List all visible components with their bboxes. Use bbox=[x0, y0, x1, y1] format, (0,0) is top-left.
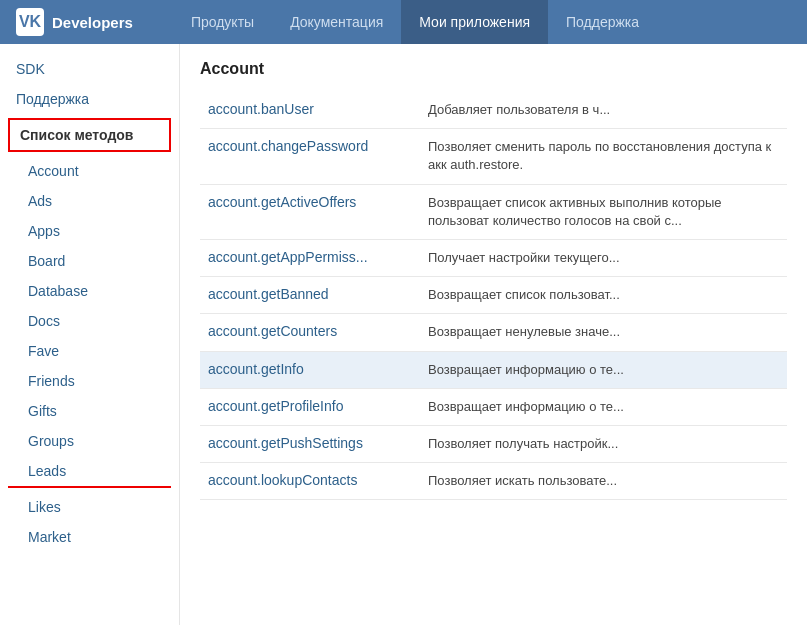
vk-icon: VK bbox=[16, 8, 44, 36]
sidebar-bottom-line bbox=[8, 486, 171, 488]
method-desc: Возвращает информацию о те... bbox=[420, 388, 787, 425]
sidebar-item-gifts[interactable]: Gifts bbox=[0, 396, 179, 426]
top-nav: VK Developers Продукты Документация Мои … bbox=[0, 0, 807, 44]
sidebar-item-fave[interactable]: Fave bbox=[0, 336, 179, 366]
table-row[interactable]: account.getProfileInfo Возвращает информ… bbox=[200, 388, 787, 425]
sidebar: SDK Поддержка Список методов Account Ads… bbox=[0, 44, 180, 625]
table-row[interactable]: account.getCounters Возвращает ненулевые… bbox=[200, 314, 787, 351]
nav-item-docs[interactable]: Документация bbox=[272, 0, 401, 44]
table-row[interactable]: account.getActiveOffers Возвращает списо… bbox=[200, 184, 787, 239]
sidebar-item-market[interactable]: Market bbox=[0, 522, 179, 552]
table-row[interactable]: account.changePassword Позволяет сменить… bbox=[200, 129, 787, 184]
table-row[interactable]: account.getPushSettings Позволяет получа… bbox=[200, 425, 787, 462]
method-name[interactable]: account.getAppPermiss... bbox=[200, 239, 420, 276]
sidebar-item-apps[interactable]: Apps bbox=[0, 216, 179, 246]
method-name[interactable]: account.getPushSettings bbox=[200, 425, 420, 462]
method-desc: Возвращает список активных выполнив кото… bbox=[420, 184, 787, 239]
method-desc: Получает настройки текущего... bbox=[420, 239, 787, 276]
method-desc: Позволяет получать настройк... bbox=[420, 425, 787, 462]
table-row[interactable]: account.getInfo Возвращает информацию о … bbox=[200, 351, 787, 388]
method-desc: Позволяет искать пользовате... bbox=[420, 463, 787, 500]
method-desc: Позволяет сменить пароль по восстановлен… bbox=[420, 129, 787, 184]
sidebar-item-sdk[interactable]: SDK bbox=[0, 54, 179, 84]
section-title: Account bbox=[200, 60, 787, 78]
table-row[interactable]: account.getAppPermiss... Получает настро… bbox=[200, 239, 787, 276]
nav-item-products[interactable]: Продукты bbox=[173, 0, 272, 44]
sidebar-item-groups[interactable]: Groups bbox=[0, 426, 179, 456]
sidebar-item-ads[interactable]: Ads bbox=[0, 186, 179, 216]
table-row[interactable]: account.getBanned Возвращает список поль… bbox=[200, 277, 787, 314]
sidebar-item-friends[interactable]: Friends bbox=[0, 366, 179, 396]
sidebar-section-methods[interactable]: Список методов bbox=[8, 118, 171, 152]
table-row[interactable]: account.lookupContacts Позволяет искать … bbox=[200, 463, 787, 500]
method-name[interactable]: account.banUser bbox=[200, 92, 420, 129]
layout: SDK Поддержка Список методов Account Ads… bbox=[0, 44, 807, 625]
sidebar-item-likes[interactable]: Likes bbox=[0, 492, 179, 522]
method-name[interactable]: account.lookupContacts bbox=[200, 463, 420, 500]
method-name[interactable]: account.getCounters bbox=[200, 314, 420, 351]
sidebar-item-leads[interactable]: Leads bbox=[0, 456, 179, 486]
method-desc: Возвращает список пользоват... bbox=[420, 277, 787, 314]
sidebar-item-docs[interactable]: Docs bbox=[0, 306, 179, 336]
sidebar-item-database[interactable]: Database bbox=[0, 276, 179, 306]
method-name[interactable]: account.changePassword bbox=[200, 129, 420, 184]
methods-table: account.banUser Добавляет пользователя в… bbox=[200, 92, 787, 500]
nav-item-support[interactable]: Поддержка bbox=[548, 0, 657, 44]
sidebar-item-support[interactable]: Поддержка bbox=[0, 84, 179, 114]
table-row[interactable]: account.banUser Добавляет пользователя в… bbox=[200, 92, 787, 129]
brand-name: Developers bbox=[52, 14, 133, 31]
nav-item-apps[interactable]: Мои приложения bbox=[401, 0, 548, 44]
method-name[interactable]: account.getInfo bbox=[200, 351, 420, 388]
sidebar-item-board[interactable]: Board bbox=[0, 246, 179, 276]
sidebar-item-account[interactable]: Account bbox=[0, 156, 179, 186]
method-name[interactable]: account.getProfileInfo bbox=[200, 388, 420, 425]
method-name[interactable]: account.getActiveOffers bbox=[200, 184, 420, 239]
method-desc: Возвращает ненулевые значе... bbox=[420, 314, 787, 351]
logo[interactable]: VK Developers bbox=[16, 8, 133, 36]
nav-items: Продукты Документация Мои приложения Под… bbox=[173, 0, 791, 44]
method-desc: Возвращает информацию о те... bbox=[420, 351, 787, 388]
method-name[interactable]: account.getBanned bbox=[200, 277, 420, 314]
method-desc: Добавляет пользователя в ч... bbox=[420, 92, 787, 129]
main-content: Account account.banUser Добавляет пользо… bbox=[180, 44, 807, 625]
